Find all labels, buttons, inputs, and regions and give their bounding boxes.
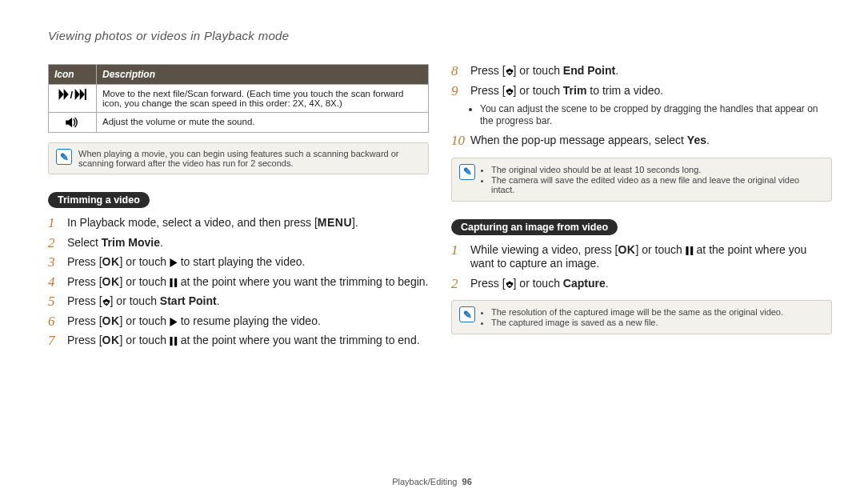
table-row: Adjust the volume or mute the sound. (49, 113, 429, 133)
note-scan-delay: ✎ When playing a movie, you can begin us… (48, 142, 429, 174)
step-item: When the pop-up message appears, select … (451, 134, 832, 148)
macro-icon (506, 280, 514, 289)
left-column: Icon Description Move to the next file/S… (48, 64, 429, 354)
note-info-icon: ✎ (56, 149, 72, 165)
note-trim: ✎ The original video should be at least … (451, 158, 832, 202)
pause-icon (170, 278, 178, 287)
trim-substep: You can adjust the scene to be cropped b… (451, 103, 832, 127)
capture-steps-list: While viewing a video, press [OK] or tou… (451, 243, 832, 291)
macro-icon (506, 67, 514, 76)
step-item: Press [] or touch Capture. (451, 277, 832, 291)
icon-description-table: Icon Description Move to the next file/S… (48, 64, 429, 133)
pause-icon (170, 337, 178, 346)
step-item: Select Trim Movie. (48, 236, 429, 250)
trim-steps-cont: Press [] or touch End Point.Press [] or … (451, 64, 832, 98)
play-icon (170, 258, 178, 267)
note-info-icon: ✎ (459, 164, 475, 180)
ok-key: OK (102, 275, 120, 288)
note-info-icon: ✎ (459, 306, 475, 322)
step-item: Press [] or touch Start Point. (48, 294, 429, 309)
volume-desc: Adjust the volume or mute the sound. (97, 113, 429, 133)
trim-steps-list: In Playback mode, select a video, and th… (48, 216, 429, 348)
section-trimming-heading: Trimming a video (48, 192, 150, 208)
col-header-desc: Description (97, 65, 429, 85)
step-item: Press [OK] or touch at the point where y… (48, 275, 429, 290)
ok-key: OK (102, 314, 120, 327)
step-item: While viewing a video, press [OK] or tou… (451, 243, 832, 271)
play-icon (170, 318, 178, 326)
macro-icon (102, 298, 110, 306)
macro-icon (506, 87, 514, 96)
volume-icon (49, 113, 97, 133)
page-footer: Playback/Editing 96 (0, 477, 864, 486)
table-row: Move to the next file/Scan forward. (Eac… (49, 85, 429, 113)
ok-key: OK (618, 243, 635, 256)
section-capture-heading: Capturing an image from video (451, 219, 618, 235)
step-item: Press [] or touch Trim to trim a video. (451, 84, 832, 98)
step-item: In Playback mode, select a video, and th… (48, 216, 429, 230)
trim-step-final: When the pop-up message appears, select … (451, 134, 832, 148)
step-item: Press [OK] or touch at the point where y… (48, 334, 429, 348)
page-title: Viewing photos or videos in Playback mod… (48, 29, 289, 42)
ok-key: OK (102, 255, 120, 268)
step-item: Press [] or touch End Point. (451, 64, 832, 78)
menu-key: MENU (318, 216, 352, 229)
pause-icon (686, 246, 694, 255)
step-item: Press [OK] or touch to resume playing th… (48, 314, 429, 329)
scan-forward-icon (49, 85, 97, 113)
right-column: Press [] or touch End Point.Press [] or … (451, 64, 832, 354)
note-capture: ✎ The resolution of the captured image w… (451, 300, 832, 334)
scan-forward-desc: Move to the next file/Scan forward. (Eac… (97, 85, 429, 113)
col-header-icon: Icon (49, 65, 97, 85)
ok-key: OK (102, 334, 120, 346)
step-item: Press [OK] or touch to start playing the… (48, 255, 429, 270)
